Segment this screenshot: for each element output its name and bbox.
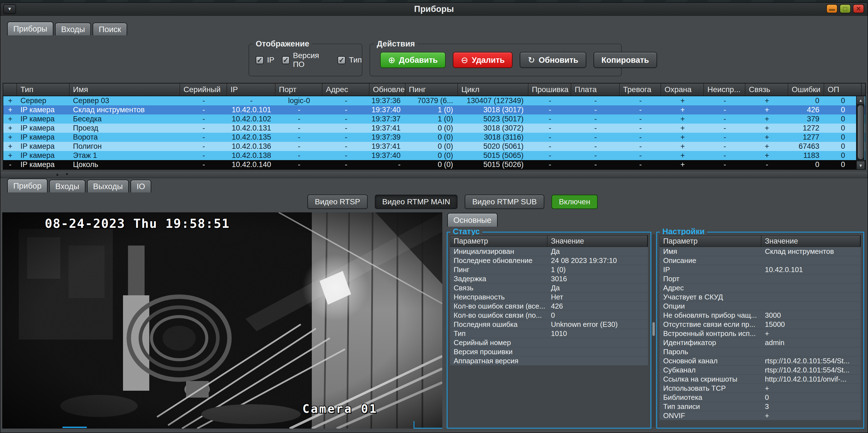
- copy-button[interactable]: Копировать: [593, 52, 657, 68]
- kv-row[interactable]: ИмяСклад инструментов: [659, 247, 861, 256]
- col-header-ip[interactable]: IP: [227, 84, 276, 96]
- tab-osnovnye[interactable]: Основные: [447, 213, 498, 227]
- kv-row[interactable]: Не обновлять прибор чащ...3000: [659, 311, 861, 320]
- add-device-button[interactable]: ⊕Добавить: [380, 52, 445, 68]
- table-row[interactable]: +IP камераПроезд-10.42.0.131--19:37:410 …: [3, 124, 865, 133]
- table-row[interactable]: +IP камераБеседка-10.42.0.102--19:37:371…: [3, 115, 865, 124]
- detail-tab-0[interactable]: Прибор: [7, 179, 48, 192]
- device-table-header[interactable]: ТипИмяСерийныйIPПортАдресОбновленПингЦик…: [3, 84, 865, 96]
- kv-row[interactable]: ИнициализированДа: [450, 247, 648, 256]
- minimize-button[interactable]: ▬: [826, 4, 838, 13]
- kv-row[interactable]: Последняя ошибкаUnknown error (E30): [450, 320, 648, 329]
- col-header-errors[interactable]: Ошибки: [788, 84, 824, 96]
- table-row[interactable]: +IP камераСклад инструментов-10.42.0.101…: [3, 105, 865, 115]
- col-header-alarm[interactable]: Тревога: [620, 84, 661, 96]
- kv-row[interactable]: Кол-во ошибок связи (все...426: [450, 302, 648, 311]
- kv-row[interactable]: СвязьДа: [450, 283, 648, 292]
- scroll-up-icon[interactable]: ▲: [857, 96, 865, 104]
- row-expander[interactable]: -: [3, 160, 17, 169]
- col-header-type[interactable]: Тип: [17, 84, 70, 96]
- kv-row[interactable]: Описание: [659, 256, 861, 265]
- col-header-updated[interactable]: Обновлен: [370, 84, 406, 96]
- kv-row[interactable]: НеисправностьНет: [450, 292, 648, 302]
- detail-tab-1[interactable]: Входы: [49, 180, 85, 192]
- kv-row[interactable]: Пароль: [659, 347, 861, 357]
- settings-col-param[interactable]: Параметр: [660, 236, 762, 247]
- kv-row[interactable]: Порт: [659, 274, 861, 283]
- delete-device-button[interactable]: ⊖Удалить: [453, 52, 513, 68]
- main-tab-1[interactable]: Входы: [55, 23, 91, 35]
- status-col-value[interactable]: Значение: [548, 236, 648, 247]
- titlebar[interactable]: ▼ Приборы ▬ □ ✕: [1, 3, 867, 16]
- kv-row[interactable]: Основной каналrtsp://10.42.0.101:554/St.…: [659, 357, 861, 366]
- pane-splitter[interactable]: ▲ ▼: [1, 171, 867, 178]
- kv-row[interactable]: Использовать TCP+: [659, 384, 861, 393]
- row-expander[interactable]: +: [3, 133, 17, 142]
- kv-row[interactable]: Участвует в СКУД: [659, 292, 861, 302]
- splitter-arrows-icon[interactable]: ▲ ▼: [55, 172, 71, 177]
- kv-row[interactable]: Тип записи3: [659, 402, 861, 411]
- video-rtmp-sub-button[interactable]: Видео RTMP SUB: [465, 195, 544, 209]
- row-expander[interactable]: +: [3, 142, 17, 151]
- video-rtmp-main-button[interactable]: Видео RTMP MAIN: [375, 195, 458, 209]
- kv-row[interactable]: Задержка3016: [450, 274, 648, 283]
- kv-row[interactable]: Версия прошивки: [450, 347, 648, 357]
- col-header-fault[interactable]: Неиспр...: [704, 84, 746, 96]
- col-header-cycle[interactable]: Цикл: [458, 84, 529, 96]
- kv-row[interactable]: Адрес: [659, 283, 861, 292]
- display-checkbox-0[interactable]: ✓IP: [256, 56, 274, 64]
- col-header-link[interactable]: Связь: [746, 84, 788, 96]
- scrollbar-thumb[interactable]: [858, 105, 864, 159]
- col-header-board[interactable]: Плата: [571, 84, 620, 96]
- enabled-status-button[interactable]: Включен: [552, 195, 598, 209]
- row-expander[interactable]: +: [3, 96, 17, 105]
- camera-video[interactable]: 08-24-2023 Thu 19:58:51 Camera 01: [2, 212, 442, 429]
- kv-row[interactable]: Отсутствие связи если пр...15000: [659, 320, 861, 329]
- maximize-button[interactable]: □: [840, 4, 851, 13]
- detail-tab-3[interactable]: IO: [130, 180, 151, 192]
- row-expander[interactable]: +: [3, 124, 17, 133]
- kv-row[interactable]: Идентификаторadmin: [659, 338, 861, 347]
- table-row[interactable]: +IP камераПолигон-10.42.0.136--19:37:410…: [3, 142, 865, 151]
- kv-row[interactable]: Опции: [659, 302, 861, 311]
- status-table-header[interactable]: Параметр Значение: [450, 235, 648, 247]
- kv-row[interactable]: Последнее обновление24 08 2023 19:37:10: [450, 256, 648, 265]
- settings-table-header[interactable]: Параметр Значение: [659, 235, 861, 247]
- display-checkbox-2[interactable]: ✓Тип: [338, 56, 362, 64]
- kv-row[interactable]: Встроенный контроль исп...+: [659, 329, 861, 338]
- kv-row[interactable]: Кол-во ошибок связи (по...0: [450, 311, 648, 320]
- row-expander[interactable]: +: [3, 115, 17, 124]
- kv-row[interactable]: Библиотека0: [659, 393, 861, 402]
- checkbox-icon[interactable]: ✓: [338, 56, 345, 64]
- col-header-addr[interactable]: Адрес: [322, 84, 370, 96]
- row-expander[interactable]: +: [3, 105, 17, 115]
- checkbox-icon[interactable]: ✓: [282, 56, 289, 64]
- kv-row[interactable]: Пинг1 (0): [450, 265, 648, 274]
- status-col-param[interactable]: Параметр: [450, 236, 548, 247]
- col-header-guard[interactable]: Охрана: [661, 84, 704, 96]
- main-tab-0[interactable]: Приборы: [7, 22, 53, 35]
- device-table-scrollbar[interactable]: ▲ ▼: [856, 96, 865, 169]
- status-scrollbar-thumb[interactable]: [652, 322, 655, 336]
- checkbox-icon[interactable]: ✓: [256, 56, 264, 64]
- col-header-expand[interactable]: [3, 84, 17, 96]
- row-expander[interactable]: +: [3, 151, 17, 160]
- refresh-button[interactable]: ↻Обновить: [520, 52, 586, 68]
- settings-col-value[interactable]: Значение: [762, 236, 861, 247]
- kv-row[interactable]: Ссылка на скриншотыhttp://10.42.0.101/on…: [659, 375, 861, 384]
- scroll-down-icon[interactable]: ▼: [857, 161, 865, 169]
- kv-row[interactable]: Тип1010: [450, 329, 648, 338]
- col-header-ping[interactable]: Пинг: [406, 84, 458, 96]
- display-checkbox-1[interactable]: ✓Версия ПО: [282, 51, 330, 69]
- table-row[interactable]: +СерверСервер 03--logic-0-19:37:3670379 …: [3, 96, 865, 105]
- table-row[interactable]: +IP камераЭтаж 1-10.42.0.138--19:37:400 …: [3, 151, 865, 160]
- col-header-serial[interactable]: Серийный: [180, 84, 227, 96]
- table-row[interactable]: -IP камераЦоколь-10.42.0.140---0 (0)5015…: [3, 160, 865, 169]
- kv-row[interactable]: Субканалrtsp://10.42.0.101:554/St...: [659, 366, 861, 375]
- video-rtsp-button[interactable]: Видео RTSP: [307, 195, 368, 209]
- col-header-firmware[interactable]: Прошивка: [529, 84, 571, 96]
- kv-row[interactable]: ONVIF+: [659, 411, 861, 420]
- close-button[interactable]: ✕: [853, 4, 864, 13]
- status-scrollbar[interactable]: [652, 234, 655, 428]
- kv-row[interactable]: Серийный номер: [450, 338, 648, 347]
